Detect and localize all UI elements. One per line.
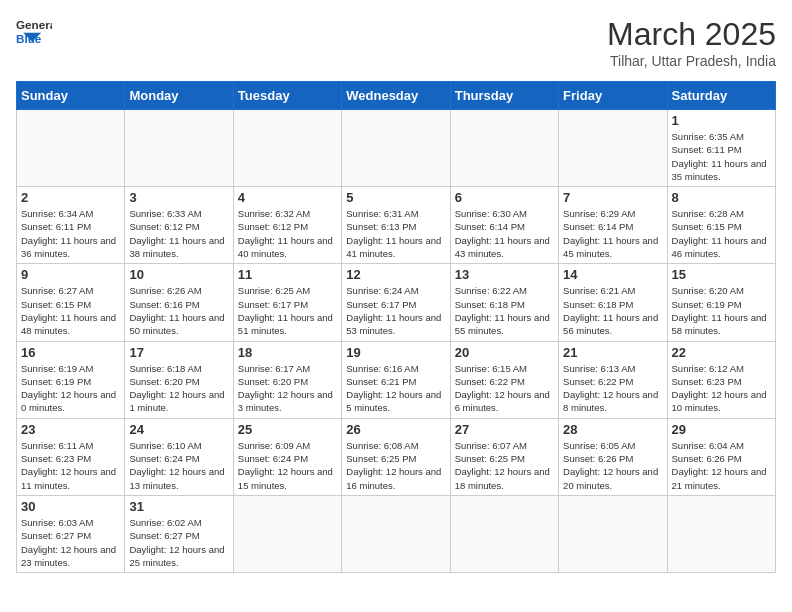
- day-info: Sunrise: 6:02 AM Sunset: 6:27 PM Dayligh…: [129, 516, 228, 569]
- day-number: 5: [346, 190, 445, 205]
- day-info: Sunrise: 6:09 AM Sunset: 6:24 PM Dayligh…: [238, 439, 337, 492]
- header-tuesday: Tuesday: [233, 82, 341, 110]
- location-subtitle: Tilhar, Uttar Pradesh, India: [607, 53, 776, 69]
- table-row: 17Sunrise: 6:18 AM Sunset: 6:20 PM Dayli…: [125, 341, 233, 418]
- title-block: March 2025 Tilhar, Uttar Pradesh, India: [607, 16, 776, 69]
- day-info: Sunrise: 6:21 AM Sunset: 6:18 PM Dayligh…: [563, 284, 662, 337]
- svg-text:Blue: Blue: [16, 32, 42, 44]
- day-number: 18: [238, 345, 337, 360]
- table-row: 15Sunrise: 6:20 AM Sunset: 6:19 PM Dayli…: [667, 264, 775, 341]
- day-info: Sunrise: 6:20 AM Sunset: 6:19 PM Dayligh…: [672, 284, 771, 337]
- day-number: 24: [129, 422, 228, 437]
- table-row: [559, 110, 667, 187]
- day-info: Sunrise: 6:05 AM Sunset: 6:26 PM Dayligh…: [563, 439, 662, 492]
- day-info: Sunrise: 6:31 AM Sunset: 6:13 PM Dayligh…: [346, 207, 445, 260]
- table-row: [450, 495, 558, 572]
- table-row: 9Sunrise: 6:27 AM Sunset: 6:15 PM Daylig…: [17, 264, 125, 341]
- day-info: Sunrise: 6:19 AM Sunset: 6:19 PM Dayligh…: [21, 362, 120, 415]
- table-row: [559, 495, 667, 572]
- day-info: Sunrise: 6:24 AM Sunset: 6:17 PM Dayligh…: [346, 284, 445, 337]
- day-number: 20: [455, 345, 554, 360]
- header-saturday: Saturday: [667, 82, 775, 110]
- day-info: Sunrise: 6:08 AM Sunset: 6:25 PM Dayligh…: [346, 439, 445, 492]
- table-row: [342, 110, 450, 187]
- day-info: Sunrise: 6:12 AM Sunset: 6:23 PM Dayligh…: [672, 362, 771, 415]
- day-info: Sunrise: 6:07 AM Sunset: 6:25 PM Dayligh…: [455, 439, 554, 492]
- day-info: Sunrise: 6:32 AM Sunset: 6:12 PM Dayligh…: [238, 207, 337, 260]
- day-info: Sunrise: 6:34 AM Sunset: 6:11 PM Dayligh…: [21, 207, 120, 260]
- table-row: [125, 110, 233, 187]
- day-info: Sunrise: 6:30 AM Sunset: 6:14 PM Dayligh…: [455, 207, 554, 260]
- day-number: 7: [563, 190, 662, 205]
- day-number: 13: [455, 267, 554, 282]
- day-info: Sunrise: 6:29 AM Sunset: 6:14 PM Dayligh…: [563, 207, 662, 260]
- day-number: 17: [129, 345, 228, 360]
- table-row: 24Sunrise: 6:10 AM Sunset: 6:24 PM Dayli…: [125, 418, 233, 495]
- day-info: Sunrise: 6:11 AM Sunset: 6:23 PM Dayligh…: [21, 439, 120, 492]
- header-monday: Monday: [125, 82, 233, 110]
- day-info: Sunrise: 6:03 AM Sunset: 6:27 PM Dayligh…: [21, 516, 120, 569]
- logo: General Blue: [16, 16, 52, 44]
- table-row: 3Sunrise: 6:33 AM Sunset: 6:12 PM Daylig…: [125, 187, 233, 264]
- month-title: March 2025: [607, 16, 776, 53]
- table-row: 19Sunrise: 6:16 AM Sunset: 6:21 PM Dayli…: [342, 341, 450, 418]
- calendar-table: Sunday Monday Tuesday Wednesday Thursday…: [16, 81, 776, 573]
- day-number: 8: [672, 190, 771, 205]
- day-info: Sunrise: 6:16 AM Sunset: 6:21 PM Dayligh…: [346, 362, 445, 415]
- table-row: 4Sunrise: 6:32 AM Sunset: 6:12 PM Daylig…: [233, 187, 341, 264]
- table-row: 30Sunrise: 6:03 AM Sunset: 6:27 PM Dayli…: [17, 495, 125, 572]
- table-row: 5Sunrise: 6:31 AM Sunset: 6:13 PM Daylig…: [342, 187, 450, 264]
- header-wednesday: Wednesday: [342, 82, 450, 110]
- day-number: 28: [563, 422, 662, 437]
- day-number: 3: [129, 190, 228, 205]
- calendar-row: 16Sunrise: 6:19 AM Sunset: 6:19 PM Dayli…: [17, 341, 776, 418]
- day-number: 4: [238, 190, 337, 205]
- table-row: 28Sunrise: 6:05 AM Sunset: 6:26 PM Dayli…: [559, 418, 667, 495]
- calendar-row: 9Sunrise: 6:27 AM Sunset: 6:15 PM Daylig…: [17, 264, 776, 341]
- table-row: 16Sunrise: 6:19 AM Sunset: 6:19 PM Dayli…: [17, 341, 125, 418]
- table-row: 12Sunrise: 6:24 AM Sunset: 6:17 PM Dayli…: [342, 264, 450, 341]
- header-friday: Friday: [559, 82, 667, 110]
- table-row: 6Sunrise: 6:30 AM Sunset: 6:14 PM Daylig…: [450, 187, 558, 264]
- day-info: Sunrise: 6:10 AM Sunset: 6:24 PM Dayligh…: [129, 439, 228, 492]
- table-row: [342, 495, 450, 572]
- header-thursday: Thursday: [450, 82, 558, 110]
- table-row: 10Sunrise: 6:26 AM Sunset: 6:16 PM Dayli…: [125, 264, 233, 341]
- day-number: 27: [455, 422, 554, 437]
- table-row: [233, 110, 341, 187]
- day-number: 19: [346, 345, 445, 360]
- table-row: [233, 495, 341, 572]
- table-row: [17, 110, 125, 187]
- calendar-row: 30Sunrise: 6:03 AM Sunset: 6:27 PM Dayli…: [17, 495, 776, 572]
- day-number: 12: [346, 267, 445, 282]
- day-number: 6: [455, 190, 554, 205]
- weekday-header-row: Sunday Monday Tuesday Wednesday Thursday…: [17, 82, 776, 110]
- table-row: [450, 110, 558, 187]
- day-info: Sunrise: 6:18 AM Sunset: 6:20 PM Dayligh…: [129, 362, 228, 415]
- day-number: 21: [563, 345, 662, 360]
- generalblue-logo-icon: General Blue: [16, 16, 52, 44]
- table-row: 26Sunrise: 6:08 AM Sunset: 6:25 PM Dayli…: [342, 418, 450, 495]
- table-row: 18Sunrise: 6:17 AM Sunset: 6:20 PM Dayli…: [233, 341, 341, 418]
- day-info: Sunrise: 6:28 AM Sunset: 6:15 PM Dayligh…: [672, 207, 771, 260]
- svg-text:General: General: [16, 18, 52, 31]
- table-row: 14Sunrise: 6:21 AM Sunset: 6:18 PM Dayli…: [559, 264, 667, 341]
- table-row: 13Sunrise: 6:22 AM Sunset: 6:18 PM Dayli…: [450, 264, 558, 341]
- day-info: Sunrise: 6:35 AM Sunset: 6:11 PM Dayligh…: [672, 130, 771, 183]
- day-info: Sunrise: 6:33 AM Sunset: 6:12 PM Dayligh…: [129, 207, 228, 260]
- table-row: 22Sunrise: 6:12 AM Sunset: 6:23 PM Dayli…: [667, 341, 775, 418]
- day-info: Sunrise: 6:17 AM Sunset: 6:20 PM Dayligh…: [238, 362, 337, 415]
- table-row: 20Sunrise: 6:15 AM Sunset: 6:22 PM Dayli…: [450, 341, 558, 418]
- day-number: 26: [346, 422, 445, 437]
- day-number: 30: [21, 499, 120, 514]
- day-info: Sunrise: 6:25 AM Sunset: 6:17 PM Dayligh…: [238, 284, 337, 337]
- day-number: 22: [672, 345, 771, 360]
- day-info: Sunrise: 6:22 AM Sunset: 6:18 PM Dayligh…: [455, 284, 554, 337]
- table-row: 21Sunrise: 6:13 AM Sunset: 6:22 PM Dayli…: [559, 341, 667, 418]
- table-row: 7Sunrise: 6:29 AM Sunset: 6:14 PM Daylig…: [559, 187, 667, 264]
- day-info: Sunrise: 6:26 AM Sunset: 6:16 PM Dayligh…: [129, 284, 228, 337]
- table-row: [667, 495, 775, 572]
- day-number: 16: [21, 345, 120, 360]
- page-header: General Blue March 2025 Tilhar, Uttar Pr…: [16, 16, 776, 69]
- day-number: 25: [238, 422, 337, 437]
